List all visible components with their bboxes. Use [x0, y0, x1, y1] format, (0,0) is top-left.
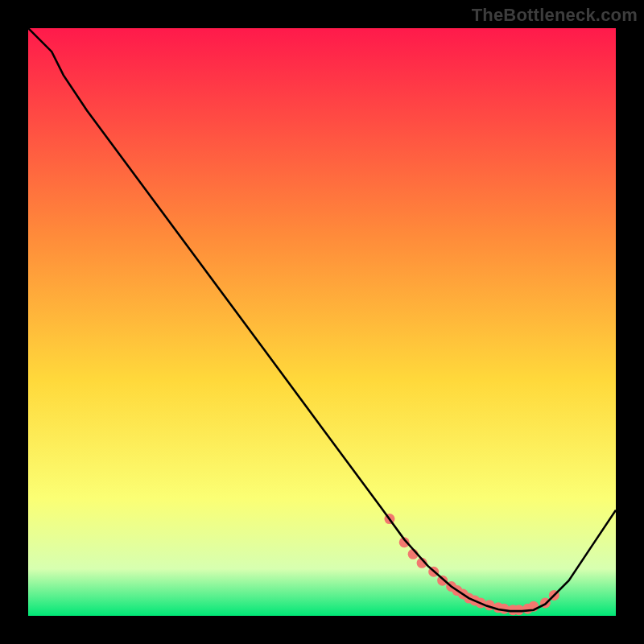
- chart-svg: [28, 28, 616, 616]
- data-point: [514, 605, 524, 615]
- watermark-text: TheBottleneck.com: [472, 5, 638, 26]
- gradient-background: [28, 28, 616, 616]
- plot-area: [28, 28, 616, 616]
- chart-frame: TheBottleneck.com: [0, 0, 644, 644]
